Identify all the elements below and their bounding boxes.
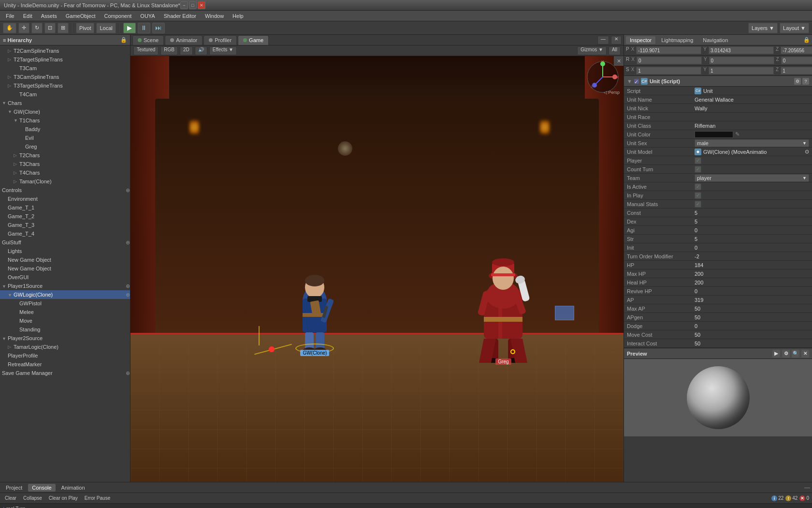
effects-btn[interactable]: Effects ▼ (209, 46, 237, 55)
h-gwlogicclone[interactable]: ▼ GWLogic(Clone)⊕ (0, 290, 130, 299)
game-viewport[interactable]: GW(Clone) (130, 56, 624, 482)
h-environment[interactable]: Environment (0, 194, 130, 203)
tab-inspector[interactable]: Inspector (626, 36, 655, 44)
tab-animation[interactable]: Animation (58, 484, 89, 492)
console-error-pause-btn[interactable]: Error Pause (83, 495, 112, 501)
audio-btn[interactable]: 🔊 (195, 46, 207, 55)
console-clear-btn[interactable]: Clear (3, 495, 18, 501)
rot-y-input[interactable] (709, 57, 774, 64)
hierarchy-lock[interactable]: 🔒 (120, 37, 127, 43)
menu-gameobject[interactable]: GameObject (62, 12, 100, 20)
pos-y-input[interactable] (709, 46, 774, 54)
h-savegamemanager[interactable]: Save Game Manager⊕ (0, 369, 130, 377)
viewport-close-btn[interactable]: ✕ (614, 56, 624, 66)
team-dropdown[interactable]: player ▼ (695, 174, 809, 182)
console-collapse-btn[interactable]: Collapse (21, 495, 44, 501)
scale-y-input[interactable] (709, 67, 774, 75)
h-chars[interactable]: ▼ Chars (0, 99, 130, 107)
local-button[interactable]: Local (96, 23, 116, 33)
h-lights[interactable]: Lights (0, 247, 130, 255)
unit-model-value[interactable]: ◆ GW(Clone) (MoveAnimatio ⊙ (695, 149, 809, 155)
layout-dropdown[interactable]: Layout ▼ (780, 23, 809, 33)
model-select-btn[interactable]: ⊙ (805, 149, 809, 155)
h-newgameobj2[interactable]: New Game Object (0, 264, 130, 273)
count-turn-checkbox[interactable]: ✓ (695, 166, 701, 173)
h-t2targetsplinetrans[interactable]: ▷ T2TargetSplineTrans (0, 55, 130, 64)
pause-button[interactable]: ⏸ (138, 23, 150, 33)
h-move[interactable]: Move (0, 316, 130, 325)
manual-stats-checkbox[interactable]: ✓ (695, 201, 701, 208)
unit-sex-dropdown[interactable]: male ▼ (695, 139, 809, 147)
player-checkbox[interactable]: ✓ (695, 157, 701, 164)
h-melee[interactable]: Melee (0, 308, 130, 316)
tab-animator[interactable]: Animator (165, 35, 203, 45)
inspector-lock[interactable]: 🔒 (803, 37, 810, 43)
preview-close-btn[interactable]: ✕ (801, 350, 809, 358)
close-view-btn[interactable]: ✕ (611, 36, 622, 45)
pivot-button[interactable]: Pivot (76, 23, 94, 33)
h-t3camsplinetrans[interactable]: ▷ T3CamSplineTrans (0, 73, 130, 81)
h-t3cam[interactable]: T3Cam (0, 64, 130, 73)
twod-btn[interactable]: 2D (180, 46, 193, 55)
h-t1chars[interactable]: ▼ T1Chars (0, 116, 130, 125)
all-btn[interactable]: All (609, 46, 621, 55)
pos-x-input[interactable] (636, 46, 701, 54)
preview-search-btn[interactable]: 🔍 (792, 350, 799, 358)
menu-window[interactable]: Window (201, 12, 228, 20)
tab-console[interactable]: Console (28, 484, 55, 492)
menu-shader[interactable]: Shader Editor (160, 12, 200, 20)
comp-settings-btn[interactable]: ⚙ (794, 78, 801, 85)
tab-lightmapping[interactable]: Lightmapping (657, 36, 697, 44)
rect-tool[interactable]: ⊞ (58, 23, 69, 33)
rotate-tool[interactable]: ↻ (31, 23, 43, 33)
script-value[interactable]: C# Unit (695, 88, 809, 94)
layers-dropdown[interactable]: Layers ▼ (748, 23, 778, 33)
h-t2camsplinetrans[interactable]: ▷ T2CamSplineTrans (0, 46, 130, 55)
h-newgameobj1[interactable]: New Game Object (0, 255, 130, 264)
h-t3targetsplinetrans[interactable]: ▷ T3TargetSplineTrans (0, 81, 130, 90)
h-tamar[interactable]: ▷ Tamar(Clone) (0, 177, 130, 186)
menu-edit[interactable]: Edit (19, 12, 36, 20)
h-game-t3[interactable]: Game_T_3 (0, 221, 130, 229)
menu-component[interactable]: Component (100, 12, 135, 20)
tab-navigation[interactable]: Navigation (699, 36, 732, 44)
menu-file[interactable]: File (2, 12, 18, 20)
in-play-checkbox[interactable]: ✓ (695, 192, 701, 199)
console-line-1[interactable]: ℹ real Turn (0, 505, 812, 508)
gizmos-btn[interactable]: Gizmos ▼ (577, 46, 607, 55)
maximize-button[interactable]: □ (189, 1, 197, 9)
h-tamarlogicclone[interactable]: ▷ TamarLogic(Clone) (0, 343, 130, 351)
close-button[interactable]: ✕ (198, 1, 205, 9)
h-guistuff[interactable]: GuiStuff⊕ (0, 238, 130, 247)
comp-help-btn[interactable]: ? (802, 78, 809, 85)
preview-settings-btn[interactable]: ⚙ (782, 350, 790, 358)
hierarchy-content[interactable]: ▷ T2CamSplineTrans ▷ T2TargetSplineTrans… (0, 45, 130, 482)
rot-z-input[interactable] (781, 57, 812, 64)
tab-scene[interactable]: Scene (132, 35, 164, 45)
textured-btn[interactable]: Textured (133, 46, 159, 55)
h-player2source[interactable]: ▼ Player2Source (0, 334, 130, 343)
scale-tool[interactable]: ⊡ (44, 23, 56, 33)
bottom-expand-btn[interactable]: — (804, 484, 810, 491)
rot-x-input[interactable] (637, 57, 702, 64)
maximize-view-btn[interactable]: — (597, 36, 609, 45)
step-button[interactable]: ⏭ (152, 23, 165, 33)
color-picker-btn[interactable]: ✎ (735, 131, 740, 137)
h-player1source[interactable]: ▼ Player1Source⊕ (0, 282, 130, 290)
pos-z-input[interactable] (781, 46, 812, 54)
h-game-t1[interactable]: Game_T_1 (0, 203, 130, 212)
unit-color-swatch[interactable] (695, 131, 733, 138)
h-t2chars[interactable]: ▷ T2Chars (0, 151, 130, 160)
unit-script-header[interactable]: ▼ ✓ C# Unit (Script) ⚙ ? (624, 76, 812, 87)
h-standing[interactable]: Standing (0, 325, 130, 334)
menu-assets[interactable]: Assets (37, 12, 61, 20)
h-controls[interactable]: Controls⊕ (0, 186, 130, 194)
h-t3chars[interactable]: ▷ T3Chars (0, 160, 130, 168)
h-playerprofile[interactable]: PlayerProfile (0, 351, 130, 360)
comp-checkbox[interactable]: ✓ (634, 79, 639, 84)
h-gwclone[interactable]: ▼ GW(Clone) (0, 107, 130, 116)
menu-help[interactable]: Help (229, 12, 247, 20)
h-gwpistol[interactable]: GWPistol (0, 299, 130, 308)
tab-profiler[interactable]: Profiler (203, 35, 237, 45)
h-evil[interactable]: Evil (0, 134, 130, 142)
